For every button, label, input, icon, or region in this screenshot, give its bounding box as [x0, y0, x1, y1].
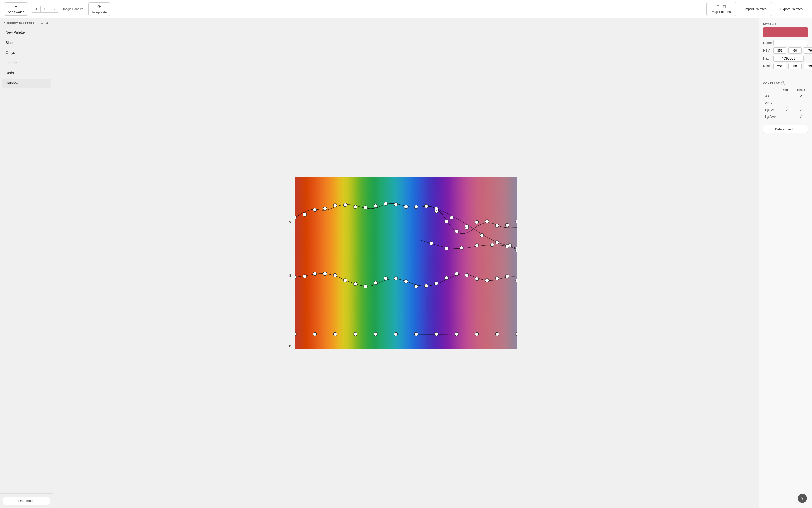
contrast-lgaa-black: ✓: [794, 107, 808, 113]
hsv-h-input[interactable]: [773, 47, 786, 54]
name-field-label: Name: [763, 41, 771, 45]
rgb-g-input[interactable]: [788, 63, 802, 70]
collapse-sidebar-button[interactable]: −: [40, 21, 44, 25]
name-field-row: Name: [763, 40, 808, 46]
import-palettes-button[interactable]: Import Palettes: [739, 2, 772, 16]
contrast-aaa-white: [780, 100, 794, 107]
axis-v-label: V: [289, 220, 291, 224]
dark-mode-button[interactable]: Dark mode: [3, 497, 50, 505]
toggle-handles-label: Toggle Handles: [62, 7, 84, 11]
import-palettes-label: Import Palettes: [745, 7, 766, 11]
axis-s-label: S: [289, 273, 291, 277]
table-row: AAA: [763, 100, 808, 107]
add-swatch-button[interactable]: + Add Swatch: [4, 2, 28, 16]
interpolate-label: Interpolate: [92, 11, 106, 14]
swatch-panel: SWATCH Name HSV Hex RGB: [759, 18, 812, 508]
sidebar-item-greens[interactable]: Greens: [2, 58, 51, 67]
rgb-b-input[interactable]: [804, 63, 812, 70]
contrast-lgaaa-white: [780, 113, 794, 120]
map-palettes-icon: □→□: [717, 4, 726, 9]
sidebar-header: CURRENT PALETTES − +: [0, 18, 53, 27]
export-palettes-button[interactable]: Export Palettes: [775, 2, 808, 16]
map-palettes-label: Map Palettes: [712, 10, 731, 14]
contrast-section: CONTRAST ? White Black AA: [763, 81, 808, 120]
toolbar-right: □→□ Map Palettes Import Palettes Export …: [707, 2, 808, 16]
sidebar-header-actions: − +: [40, 21, 49, 25]
export-palettes-label: Export Palettes: [780, 7, 803, 11]
table-row: AA ✓: [763, 93, 808, 100]
delete-swatch-button[interactable]: Delete Swatch: [763, 125, 808, 133]
hsv-v-input[interactable]: [804, 47, 812, 54]
main-content: CURRENT PALETTES − + New Palette Blues G…: [0, 18, 812, 508]
rgb-r-input[interactable]: [773, 63, 786, 70]
contrast-empty-header: [763, 87, 780, 93]
contrast-table: White Black AA ✓ AAA: [763, 87, 808, 120]
contrast-lgaa-white: ✓: [780, 107, 794, 113]
contrast-aaa-black: [794, 100, 808, 107]
contrast-title: CONTRAST: [763, 82, 780, 85]
panel-divider: [763, 76, 808, 76]
plus-icon: +: [15, 4, 17, 9]
contrast-black-header: Black: [794, 87, 808, 93]
contrast-help-button[interactable]: ?: [781, 81, 785, 85]
hex-field-label: Hex: [763, 56, 771, 60]
add-swatch-label: Add Swatch: [8, 10, 24, 14]
add-palette-button[interactable]: +: [45, 21, 49, 25]
contrast-aa-black: ✓: [794, 93, 808, 100]
interpolate-button[interactable]: ⟳ Interpolate: [88, 2, 110, 16]
toggle-h-button[interactable]: H: [31, 6, 41, 12]
contrast-lgaaa-black: ✓: [794, 113, 808, 120]
toggle-v-label: V: [54, 7, 56, 11]
table-row: Lg AAA ✓: [763, 113, 808, 120]
contrast-white-header: White: [780, 87, 794, 93]
palette-canvas[interactable]: [295, 177, 517, 349]
contrast-aa-label: AA: [763, 93, 780, 100]
table-row: Lg AA ✓ ✓: [763, 107, 808, 113]
sidebar-item-new-palette[interactable]: New Palette: [2, 28, 51, 37]
name-input[interactable]: [773, 40, 808, 46]
toggle-h-label: H: [35, 7, 37, 11]
canvas-area: V S H: [53, 18, 759, 508]
swatch-color-preview: [763, 27, 808, 38]
toolbar: + Add Swatch H S V Toggle Handles ⟳ Inte…: [0, 0, 812, 18]
sidebar: CURRENT PALETTES − + New Palette Blues G…: [0, 18, 53, 508]
toggle-s-label: S: [44, 7, 46, 11]
sidebar-section-title: CURRENT PALETTES: [4, 22, 40, 25]
map-palettes-button[interactable]: □→□ Map Palettes: [707, 2, 736, 16]
contrast-lgaa-label: Lg AA: [763, 107, 780, 113]
hex-field-row: Hex: [763, 55, 808, 61]
toggle-handles-group: H S V: [31, 6, 59, 13]
sidebar-item-greys[interactable]: Greys: [2, 48, 51, 57]
toggle-v-button[interactable]: V: [50, 6, 59, 12]
swatch-title: SWATCH: [763, 22, 808, 25]
rainbow-gradient: [295, 177, 517, 349]
contrast-header: CONTRAST ?: [763, 81, 808, 85]
hsv-field-row: HSV: [763, 47, 808, 54]
toggle-s-button[interactable]: S: [41, 6, 50, 12]
sidebar-bottom: Dark mode: [0, 493, 53, 508]
sidebar-item-rainbow[interactable]: Rainbow: [2, 79, 51, 88]
canvas-wrapper: V S H: [295, 177, 517, 349]
axis-h-label: H: [289, 344, 291, 348]
help-button[interactable]: ?: [798, 494, 807, 503]
contrast-lgaaa-label: Lg AAA: [763, 113, 780, 120]
contrast-aaa-label: AAA: [763, 100, 780, 107]
rgb-field-row: RGB: [763, 63, 808, 70]
sidebar-item-reds[interactable]: Reds: [2, 69, 51, 78]
hex-input[interactable]: [773, 55, 804, 61]
rgb-field-label: RGB: [763, 64, 771, 68]
sidebar-item-blues[interactable]: Blues: [2, 38, 51, 47]
contrast-aa-white: [780, 93, 794, 100]
hsv-field-label: HSV: [763, 49, 771, 52]
hsv-s-input[interactable]: [788, 47, 802, 54]
interpolate-icon: ⟳: [97, 4, 101, 10]
swatch-section: SWATCH Name HSV Hex RGB: [763, 22, 808, 71]
